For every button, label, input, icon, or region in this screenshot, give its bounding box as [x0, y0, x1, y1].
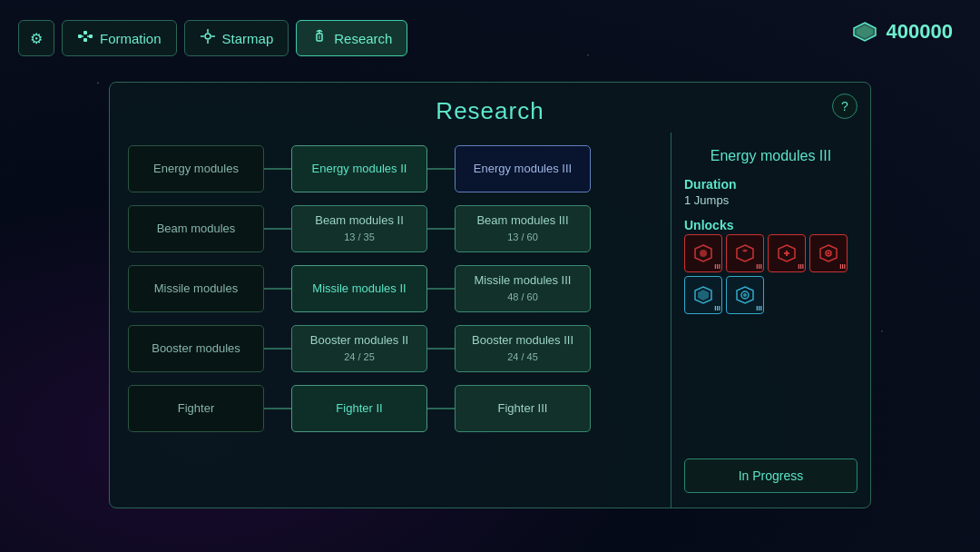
booster-3-node[interactable]: Booster modules III 24 / 45 — [455, 325, 591, 372]
research-label: Research — [334, 31, 392, 46]
unlock-icon-6: III — [726, 276, 764, 314]
missile-3-progress: 48 / 60 — [507, 291, 538, 303]
svg-point-26 — [828, 251, 830, 254]
panel-body: Energy modules Energy modules II Energy … — [110, 133, 870, 508]
fighter-3-node[interactable]: Fighter III — [455, 385, 591, 432]
energy-3-node[interactable]: Energy modules III — [455, 145, 591, 192]
unlock-badge: III — [756, 304, 762, 312]
booster-row: Booster modules Booster modules II 24 / … — [128, 321, 657, 376]
fighter-1-node[interactable]: Fighter — [128, 385, 264, 432]
missile-3-node[interactable]: Missile modules III 48 / 60 — [455, 265, 591, 312]
unlocks-section: Unlocks III — [684, 218, 858, 314]
panel-header: Research ? — [110, 83, 870, 133]
beam-3-label: Beam modules III — [476, 213, 568, 229]
svg-point-31 — [743, 293, 747, 297]
unlocks-label: Unlocks — [684, 218, 858, 232]
currency-icon — [850, 21, 879, 43]
research-button[interactable]: Research — [296, 20, 407, 56]
booster-2-progress: 24 / 25 — [344, 350, 375, 363]
starmap-button[interactable]: Starmap — [184, 20, 289, 56]
status-label: In Progress — [739, 468, 804, 483]
unlock-badge: III — [756, 262, 762, 271]
unlock-icon-5: III — [684, 276, 722, 314]
fighter-row: Fighter Fighter II Fighter III — [128, 381, 657, 436]
panel-title: Research — [110, 83, 870, 133]
formation-label: Formation — [100, 31, 162, 46]
duration-value: 1 Jumps — [684, 193, 858, 207]
svg-rect-3 — [89, 34, 93, 38]
starmap-icon — [200, 28, 216, 48]
unlock-badge: III — [714, 262, 720, 271]
unlock-icon-1: III — [684, 234, 722, 272]
research-icon — [311, 28, 328, 48]
currency-amount: 400000 — [887, 20, 953, 44]
connector — [264, 348, 291, 350]
booster-3-progress: 24 / 45 — [507, 350, 538, 363]
gear-icon: ⚙ — [30, 30, 43, 47]
duration-label: Duration — [684, 177, 858, 192]
detail-panel: Energy modules III Duration 1 Jumps Unlo… — [671, 133, 870, 508]
missile-2-label: Missile modules II — [312, 281, 406, 297]
help-label: ? — [841, 99, 848, 113]
svg-point-19 — [700, 250, 707, 257]
beam-1-node[interactable]: Beam modules — [128, 205, 264, 252]
connector — [427, 348, 455, 350]
beam-2-label: Beam modules II — [315, 213, 404, 229]
svg-rect-0 — [78, 34, 82, 38]
booster-1-label: Booster modules — [152, 341, 240, 357]
svg-rect-13 — [317, 34, 322, 41]
energy-2-node[interactable]: Energy modules II — [291, 145, 427, 192]
fighter-2-node[interactable]: Fighter II — [291, 385, 427, 432]
settings-button[interactable]: ⚙ — [18, 20, 54, 56]
research-panel: Research ? Energy modules Energy modules… — [109, 82, 871, 508]
beam-row: Beam modules Beam modules II 13 / 35 Bea… — [128, 202, 657, 256]
connector — [427, 168, 455, 170]
connector — [427, 228, 455, 230]
energy-2-label: Energy modules II — [312, 162, 407, 177]
energy-1-label: Energy modules — [153, 162, 239, 177]
in-progress-button[interactable]: In Progress — [684, 458, 858, 493]
unlock-icon-2: III — [726, 234, 764, 272]
svg-marker-20 — [737, 245, 753, 261]
unlock-badge: III — [714, 304, 720, 312]
connector — [264, 228, 291, 230]
booster-2-label: Booster modules II — [310, 333, 408, 349]
svg-point-8 — [205, 34, 211, 39]
fighter-3-label: Fighter III — [498, 401, 548, 417]
energy-3-label: Energy modules III — [474, 162, 572, 177]
research-tree: Energy modules Energy modules II Energy … — [110, 133, 671, 508]
beam-3-node[interactable]: Beam modules III 13 / 60 — [455, 205, 591, 252]
missile-2-node[interactable]: Missile modules II — [291, 265, 427, 312]
fighter-1-label: Fighter — [178, 401, 214, 417]
unlock-icon-3: III — [768, 234, 806, 272]
formation-icon — [77, 28, 93, 48]
beam-2-node[interactable]: Beam modules II 13 / 35 — [291, 205, 427, 252]
detail-title: Energy modules III — [684, 147, 858, 166]
unlocks-grid: III III — [684, 234, 858, 314]
beam-3-progress: 13 / 60 — [507, 231, 538, 243]
formation-button[interactable]: Formation — [62, 20, 177, 56]
missile-1-node[interactable]: Missile modules — [128, 265, 264, 312]
connector — [264, 408, 291, 409]
beam-1-label: Beam modules — [157, 222, 236, 237]
connector — [427, 288, 455, 290]
booster-3-label: Booster modules III — [472, 333, 573, 349]
fighter-2-label: Fighter II — [336, 401, 382, 417]
unlock-badge: III — [839, 262, 846, 271]
missile-row: Missile modules Missile modules II Missi… — [128, 261, 657, 316]
svg-marker-28 — [698, 290, 709, 301]
missile-3-label: Missile modules III — [475, 273, 572, 289]
currency-display: 400000 — [850, 20, 953, 44]
missile-1-label: Missile modules — [154, 281, 238, 297]
energy-row: Energy modules Energy modules II Energy … — [128, 142, 657, 196]
unlock-badge: III — [798, 262, 804, 271]
help-button[interactable]: ? — [832, 94, 858, 119]
booster-1-node[interactable]: Booster modules — [128, 325, 264, 372]
top-navigation: ⚙ Formation Sta — [18, 20, 407, 56]
connector — [427, 408, 455, 409]
starmap-label: Starmap — [222, 31, 274, 46]
duration-section: Duration 1 Jumps — [684, 177, 858, 207]
energy-1-node[interactable]: Energy modules — [128, 145, 264, 192]
booster-2-node[interactable]: Booster modules II 24 / 25 — [291, 325, 427, 372]
beam-2-progress: 13 / 35 — [344, 231, 375, 243]
